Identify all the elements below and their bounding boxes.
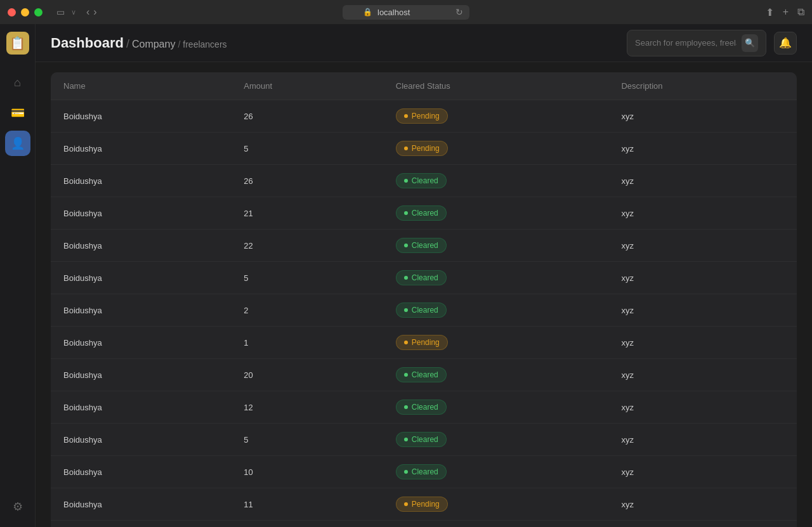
status-badge: Cleared: [396, 238, 447, 253]
cell-status: Pending: [383, 133, 609, 165]
search-button[interactable]: 🔍: [742, 34, 758, 52]
sidebar-toggle-icon[interactable]: ▭: [56, 7, 65, 17]
sidebar-item-payments[interactable]: 💳: [5, 100, 30, 126]
status-dot-icon: [404, 438, 408, 441]
status-label: Cleared: [412, 467, 438, 476]
status-badge: Cleared: [396, 303, 447, 318]
status-dot-icon: [404, 373, 408, 377]
status-dot-icon: [404, 341, 408, 344]
minimize-button[interactable]: [21, 8, 29, 16]
cell-amount: 20: [231, 359, 383, 391]
cell-description: xyz: [608, 391, 797, 424]
status-badge: Pending: [396, 335, 448, 350]
window-right-icons: ⬆ + ⧉: [766, 6, 804, 18]
cell-amount: 5: [231, 262, 383, 294]
maximize-button[interactable]: [34, 8, 43, 16]
sidebar-item-users[interactable]: 👤: [5, 131, 30, 156]
cell-description: xyz: [608, 359, 797, 391]
cell-status: Cleared: [383, 262, 609, 294]
status-badge: Pending: [396, 108, 448, 124]
table-row[interactable]: Boidushya 5 Cleared xyz: [51, 424, 797, 456]
cell-name: Boidushya: [51, 133, 231, 165]
new-tab-icon[interactable]: +: [783, 6, 789, 18]
status-dot-icon: [404, 211, 408, 215]
notification-button[interactable]: 🔔: [774, 32, 797, 55]
cell-description: xyz: [608, 294, 797, 327]
table-row[interactable]: Boidushya 10 Cleared xyz: [51, 456, 797, 488]
status-dot-icon: [404, 276, 408, 280]
cell-status: Cleared: [383, 456, 609, 488]
breadcrumb-freelancers: freelancers: [183, 39, 226, 49]
cell-amount: 12: [231, 391, 383, 424]
sidebar-item-settings[interactable]: ⚙: [5, 494, 30, 519]
status-label: Cleared: [412, 176, 438, 185]
header-right: 🔍 🔔: [627, 30, 797, 56]
cell-name: Boidushya: [51, 197, 231, 230]
header: Dashboard / Company / freelancers 🔍 🔔: [36, 24, 812, 62]
cell-name: Boidushya: [51, 488, 231, 521]
table-row[interactable]: Boidushya 21 Cleared xyz: [51, 197, 797, 230]
table-row[interactable]: Boidushya 22 Cleared xyz: [51, 230, 797, 262]
status-dot-icon: [404, 502, 408, 506]
settings-icon: ⚙: [13, 500, 23, 514]
cell-amount: 8: [231, 521, 383, 528]
traffic-lights: [8, 8, 43, 16]
back-arrow-icon[interactable]: ‹: [86, 6, 89, 18]
status-label: Cleared: [412, 273, 438, 282]
col-amount: Amount: [231, 72, 383, 100]
share-icon[interactable]: ⬆: [766, 6, 774, 18]
breadcrumb-sep2: /: [178, 39, 180, 49]
search-box[interactable]: 🔍: [627, 30, 766, 56]
cell-status: Pending: [383, 100, 609, 133]
cell-amount: 5: [231, 133, 383, 165]
cell-status: Cleared: [383, 391, 609, 424]
cell-amount: 2: [231, 294, 383, 327]
cell-amount: 21: [231, 197, 383, 230]
table-row[interactable]: Boidushya 12 Cleared xyz: [51, 391, 797, 424]
forward-arrow-icon[interactable]: ›: [93, 6, 96, 18]
cell-description: xyz: [608, 424, 797, 456]
logo-icon: 📋: [10, 36, 25, 51]
cell-amount: 11: [231, 488, 383, 521]
cell-amount: 10: [231, 456, 383, 488]
close-button[interactable]: [8, 8, 16, 16]
cell-description: xyz: [608, 230, 797, 262]
cell-status: Cleared: [383, 197, 609, 230]
table-row[interactable]: Boidushya 26 Pending xyz: [51, 100, 797, 133]
cell-name: Boidushya: [51, 230, 231, 262]
address-bar[interactable]: 🔒 localhost ↻: [343, 5, 469, 20]
cell-name: Boidushya: [51, 456, 231, 488]
status-label: Cleared: [412, 435, 438, 444]
reload-icon[interactable]: ↻: [455, 7, 463, 17]
table-row[interactable]: Boidushya 11 Pending xyz: [51, 488, 797, 521]
tabs-icon[interactable]: ⧉: [797, 6, 804, 18]
search-input[interactable]: [635, 38, 737, 48]
sidebar-nav: ⌂ 💳 👤: [5, 70, 30, 494]
app-container: 📋 ⌂ 💳 👤 ⚙ Dashboard / Company: [0, 24, 812, 527]
table-body: Boidushya 26 Pending xyz Boidushya 5 Pen…: [51, 100, 797, 528]
window-chrome: ▭ ∨ ‹ › 🔒 localhost ↻ ⬆ + ⧉: [0, 0, 812, 24]
status-dot-icon: [404, 146, 408, 150]
chevron-down-icon: ∨: [71, 8, 76, 16]
status-dot-icon: [404, 244, 408, 247]
table-row[interactable]: Boidushya 5 Cleared xyz: [51, 262, 797, 294]
sidebar-logo[interactable]: 📋: [6, 32, 29, 55]
status-badge: Cleared: [396, 270, 447, 285]
table-row[interactable]: Boidushya 2 Cleared xyz: [51, 294, 797, 327]
header-title: Dashboard / Company / freelancers: [51, 35, 227, 51]
cell-name: Boidushya: [51, 262, 231, 294]
table-row[interactable]: Boidushya 20 Cleared xyz: [51, 359, 797, 391]
cell-name: Boidushya: [51, 359, 231, 391]
col-description: Description: [608, 72, 797, 100]
cell-description: xyz: [608, 197, 797, 230]
cell-description: xyz: [608, 456, 797, 488]
table-row[interactable]: Boidushya 1 Pending xyz: [51, 327, 797, 359]
status-label: Cleared: [412, 403, 438, 412]
sidebar-item-home[interactable]: ⌂: [5, 70, 30, 95]
status-badge: Cleared: [396, 464, 447, 479]
table-row[interactable]: Boidushya 5 Pending xyz: [51, 133, 797, 165]
status-dot-icon: [404, 405, 408, 409]
table-row[interactable]: Boidushya 8 Cleared xyz: [51, 521, 797, 528]
table-row[interactable]: Boidushya 26 Cleared xyz: [51, 165, 797, 197]
breadcrumb-dashboard: Dashboard: [51, 35, 124, 51]
